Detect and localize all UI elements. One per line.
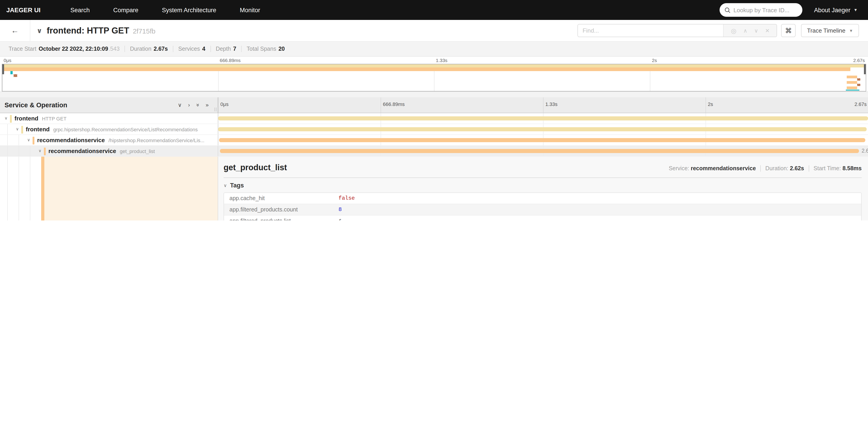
span-operation: /hipstershop.RecommendationService/Lis..… xyxy=(108,138,204,143)
meta-value: 2.67s xyxy=(154,46,168,52)
trace-collapse-toggle-icon[interactable]: ∨ xyxy=(37,27,42,35)
tag-value: 8 xyxy=(339,204,861,215)
trace-id-search[interactable] xyxy=(719,3,802,17)
span-row-timeline-cell[interactable]: 2.62s xyxy=(218,146,868,156)
span-detail-left-column xyxy=(0,157,218,220)
span-start-time: Start Time: 8.58ms xyxy=(813,165,862,172)
span-color-swatch xyxy=(33,137,34,144)
focus-span-icon[interactable]: ◎ xyxy=(731,27,736,34)
span-operation-name: get_product_list xyxy=(223,163,287,173)
minimap-right-handle[interactable] xyxy=(864,64,866,74)
span-detail-header: get_product_list Service: recommendation… xyxy=(223,163,862,173)
meta-value: 4 xyxy=(202,46,206,52)
trace-meta-item: Trace StartOctober 22 2022, 22:10:09.543 xyxy=(4,46,125,52)
collapse-all-icon[interactable]: » xyxy=(195,104,201,107)
span-service-name: frontend xyxy=(26,126,50,133)
trace-view-selector[interactable]: Trace Timeline ▼ xyxy=(801,24,859,37)
span-bar[interactable] xyxy=(220,149,859,153)
chevron-down-icon: ∨ xyxy=(223,183,227,188)
tags-section-toggle[interactable]: ∨ Tags xyxy=(223,182,862,189)
collapse-one-icon[interactable]: ∨ xyxy=(178,102,182,108)
timeline-tick-label: 1.33s xyxy=(434,58,447,63)
app-logo[interactable]: JAEGER UI xyxy=(6,6,40,13)
back-button[interactable]: ← xyxy=(0,20,30,41)
meta-value: October 22 2022, 22:10:09 xyxy=(39,46,108,52)
timeline-tick-label: 0μs xyxy=(2,58,11,63)
row-collapse-icon[interactable]: ∨ xyxy=(38,148,41,153)
trace-meta-item: Duration2.67s xyxy=(125,46,173,52)
span-row-name-cell[interactable]: ∨frontendgrpc.hipstershop.Recommendation… xyxy=(0,124,218,135)
minimap-canvas[interactable] xyxy=(2,64,866,91)
tag-key: app.cache_hit xyxy=(224,193,339,204)
expand-all-icon[interactable]: » xyxy=(206,102,209,108)
service-operation-label: Service & Operation xyxy=(4,101,67,109)
meta-label: Total Spans xyxy=(247,46,276,52)
timeline-tick-label: 2.67s xyxy=(853,58,865,63)
clear-find-icon[interactable]: ✕ xyxy=(765,27,770,34)
trace-meta-bar: Trace StartOctober 22 2022, 22:10:09.543… xyxy=(0,42,868,57)
timeline-header: Service & Operation ∨ › » » || 0μs666.89… xyxy=(0,97,868,113)
trace-meta-item: Depth7 xyxy=(211,46,242,52)
minimap-span-bar xyxy=(2,64,866,67)
span-row-timeline-cell[interactable] xyxy=(218,124,868,135)
indent-guide xyxy=(19,146,19,156)
find-input[interactable] xyxy=(578,25,723,37)
span-bar[interactable] xyxy=(219,138,865,142)
span-row-name-cell[interactable]: ∨frontendHTTP GET xyxy=(0,113,218,124)
nav-item-system-architecture[interactable]: System Architecture xyxy=(150,7,228,13)
trace-header-bar: ← ∨ frontend: HTTP GET2f715fb ◎ ∧ ∨ ✕ ⌘ … xyxy=(0,20,868,42)
tag-key: app.filtered_products.count xyxy=(224,204,339,215)
find-group: ◎ ∧ ∨ ✕ ⌘ Trace Timeline ▼ xyxy=(578,24,859,37)
span-duration: Duration: 2.62s xyxy=(765,165,804,172)
nav-item-compare[interactable]: Compare xyxy=(102,7,150,13)
row-collapse-icon[interactable]: ∨ xyxy=(4,116,7,120)
span-row-timeline-cell[interactable] xyxy=(218,135,868,145)
span-service-name: recommendationservice xyxy=(49,148,116,154)
span-row-name-cell[interactable]: ∨recommendationserviceget_product_list xyxy=(0,146,218,156)
span-color-swatch xyxy=(21,126,23,133)
trace-meta-item: Total Spans20 xyxy=(242,46,290,52)
timeline-tick-label: 1.33s xyxy=(543,101,558,107)
trace-meta-item: Services4 xyxy=(173,46,211,52)
nav-item-search[interactable]: Search xyxy=(59,7,102,13)
next-result-icon[interactable]: ∨ xyxy=(754,27,758,34)
span-row[interactable]: ∨frontendHTTP GET xyxy=(0,113,868,124)
chevron-down-icon: ▼ xyxy=(854,8,858,12)
chevron-down-icon: ▼ xyxy=(849,28,853,33)
span-bar[interactable] xyxy=(218,127,867,131)
find-box: ◎ ∧ ∨ ✕ xyxy=(578,24,777,37)
search-icon xyxy=(724,7,731,13)
span-row-timeline-cell[interactable] xyxy=(218,113,868,124)
span-detail-highlight xyxy=(44,157,218,220)
span-color-swatch xyxy=(10,115,12,122)
trace-id-search-input[interactable] xyxy=(734,6,797,13)
span-detail-panel: get_product_list Service: recommendation… xyxy=(218,157,868,220)
span-row[interactable]: ∨frontendgrpc.hipstershop.Recommendation… xyxy=(0,124,868,135)
minimap-left-handle[interactable] xyxy=(2,64,4,74)
column-resize-grip[interactable]: || xyxy=(214,107,217,111)
about-jaeger-menu[interactable]: About Jaeger ▼ xyxy=(814,6,858,13)
tag-value: [ "1YMWWN1N4O", "66VCHSJNUP", "2ZYFJ3GM2… xyxy=(339,215,861,220)
tags-table: app.cache_hitfalseapp.filtered_products.… xyxy=(223,193,862,220)
indent-guide xyxy=(7,135,8,145)
span-row[interactable]: ∨recommendationserviceget_product_list2.… xyxy=(0,146,868,157)
row-collapse-icon[interactable]: ∨ xyxy=(16,126,19,131)
top-nav: JAEGER UI SearchCompareSystem Architectu… xyxy=(0,0,868,20)
tag-row[interactable]: app.filtered_products.count8 xyxy=(224,204,861,215)
expand-one-icon[interactable]: › xyxy=(188,102,190,108)
nav-item-monitor[interactable]: Monitor xyxy=(228,7,272,13)
tag-key: app.filtered_products.list xyxy=(224,215,339,220)
tag-row[interactable]: app.filtered_products.list[ "1YMWWN1N4O"… xyxy=(224,215,861,220)
jaeger-trace-page: JAEGER UI SearchCompareSystem Architectu… xyxy=(0,0,868,220)
tag-row[interactable]: app.cache_hitfalse xyxy=(224,193,861,204)
span-row-name-cell[interactable]: ∨recommendationservice/hipstershop.Recom… xyxy=(0,135,218,145)
keyboard-shortcuts-button[interactable]: ⌘ xyxy=(781,24,796,37)
span-bar[interactable] xyxy=(218,116,868,120)
span-row[interactable]: ∨recommendationservice/hipstershop.Recom… xyxy=(0,135,868,146)
main-nav: SearchCompareSystem ArchitectureMonitor xyxy=(59,6,272,14)
minimap-span-bar xyxy=(10,71,13,74)
span-duration-label: 2.62s xyxy=(862,148,868,153)
row-collapse-icon[interactable]: ∨ xyxy=(27,138,30,142)
minimap-span-bar xyxy=(857,84,860,86)
prev-result-icon[interactable]: ∧ xyxy=(743,27,747,34)
